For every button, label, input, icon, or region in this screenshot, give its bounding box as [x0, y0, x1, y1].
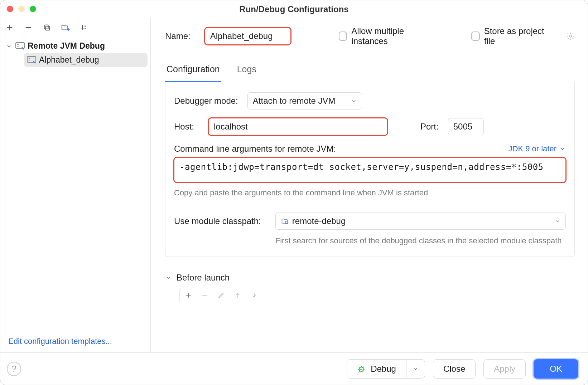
cmd-args-hint: Copy and paste the arguments to the comm…	[174, 188, 566, 198]
debug-dropdown[interactable]	[406, 359, 425, 379]
configuration-panel: Debugger mode: Host: Port: Command line …	[165, 82, 575, 257]
svg-rect-7	[285, 221, 288, 224]
svg-rect-1	[44, 25, 48, 29]
port-input[interactable]	[448, 118, 484, 135]
sort-az-icon[interactable]: az	[79, 23, 89, 33]
remote-debug-icon	[15, 42, 25, 50]
chevron-down-icon	[165, 274, 172, 281]
tab-logs[interactable]: Logs	[236, 60, 258, 82]
checkbox-icon	[339, 31, 347, 41]
host-label: Host:	[174, 122, 199, 132]
svg-point-6	[569, 35, 572, 37]
minimize-window-icon[interactable]	[18, 6, 25, 12]
debug-split-button: Debug	[347, 359, 425, 379]
copy-icon[interactable]	[42, 23, 52, 33]
jdk-version-select[interactable]: JDK 9 or later	[509, 144, 566, 153]
allow-multiple-label: Allow multiple instances	[351, 26, 433, 46]
debug-button[interactable]: Debug	[347, 359, 406, 379]
bug-icon	[357, 365, 366, 373]
window-controls	[7, 6, 36, 12]
chevron-down-icon	[412, 366, 419, 372]
edit-icon	[218, 292, 225, 299]
debugger-mode-select[interactable]	[247, 92, 362, 109]
tree-item-label: Alphabet_debug	[39, 55, 99, 65]
module-icon	[281, 218, 289, 225]
tab-configuration[interactable]: Configuration	[165, 60, 221, 82]
debugger-mode-value[interactable]	[247, 92, 362, 109]
edit-templates-link[interactable]: Edit configuration templates...	[8, 337, 112, 346]
tree-item-alphabet-debug[interactable]: Alphabet_debug	[24, 53, 148, 67]
move-up-icon	[234, 292, 241, 299]
before-launch-section: Before launch	[165, 273, 575, 302]
ok-button-label: OK	[550, 364, 562, 374]
gear-icon[interactable]	[566, 32, 575, 40]
module-classpath-value: remote-debug	[292, 216, 346, 226]
name-label: Name:	[165, 31, 191, 41]
remove-icon[interactable]	[23, 23, 33, 33]
svg-rect-4	[16, 43, 24, 48]
sidebar: az Remote JVM Debug Alphabet_debug Edit …	[0, 18, 151, 352]
checkbox-icon	[471, 31, 480, 41]
dialog-footer: ? Debug Close Apply OK	[0, 352, 588, 385]
add-icon[interactable]	[185, 292, 192, 299]
svg-text:z: z	[85, 28, 86, 31]
name-input[interactable]	[205, 28, 291, 45]
store-project-label: Store as project file	[484, 26, 550, 46]
chevron-down-icon	[6, 43, 13, 49]
remove-icon	[201, 292, 208, 299]
before-launch-title: Before launch	[177, 273, 230, 283]
debugger-mode-label: Debugger mode:	[174, 96, 238, 106]
port-label: Port:	[420, 122, 439, 132]
config-tree: Remote JVM Debug Alphabet_debug	[0, 38, 150, 68]
close-button[interactable]: Close	[433, 359, 476, 379]
add-icon[interactable]	[5, 23, 15, 33]
help-button[interactable]: ?	[7, 362, 21, 376]
ok-button[interactable]: OK	[534, 359, 578, 379]
before-launch-toolbar	[179, 288, 575, 302]
host-input[interactable]	[208, 118, 387, 135]
tabs: Configuration Logs	[165, 60, 575, 82]
close-button-label: Close	[443, 364, 465, 374]
tree-group-label: Remote JVM Debug	[28, 41, 105, 51]
apply-button-label: Apply	[494, 364, 515, 374]
remote-debug-icon	[27, 56, 36, 64]
module-classpath-select[interactable]: remote-debug	[275, 213, 566, 230]
store-project-checkbox[interactable]: Store as project file	[471, 26, 550, 46]
move-down-icon	[251, 292, 258, 299]
close-window-icon[interactable]	[7, 6, 13, 12]
apply-button: Apply	[483, 359, 526, 379]
allow-multiple-checkbox[interactable]: Allow multiple instances	[339, 26, 433, 46]
module-classpath-label: Use module classpath:	[174, 213, 261, 226]
debug-button-label: Debug	[371, 364, 396, 374]
save-to-folder-icon[interactable]	[61, 23, 71, 33]
cmd-args-value: -agentlib:jdwp=transport=dt_socket,serve…	[179, 162, 544, 172]
window-title: Run/Debug Configurations	[239, 4, 348, 14]
svg-rect-0	[45, 26, 49, 30]
svg-rect-5	[27, 57, 36, 62]
titlebar: Run/Debug Configurations	[0, 0, 588, 18]
module-classpath-hint: First search for sources of the debugged…	[275, 235, 566, 247]
before-launch-toggle[interactable]: Before launch	[165, 273, 575, 283]
tree-group-remote-jvm[interactable]: Remote JVM Debug	[3, 39, 148, 53]
svg-text:a: a	[85, 24, 86, 28]
content-pane: Name: Allow multiple instances Store as …	[151, 18, 588, 352]
cmd-args-field[interactable]: -agentlib:jdwp=transport=dt_socket,serve…	[174, 157, 566, 182]
jdk-version-label: JDK 9 or later	[509, 144, 557, 153]
sidebar-toolbar: az	[0, 21, 150, 38]
cmd-args-label: Command line arguments for remote JVM:	[174, 144, 336, 154]
chevron-down-icon	[559, 146, 566, 152]
zoom-window-icon[interactable]	[30, 6, 36, 12]
